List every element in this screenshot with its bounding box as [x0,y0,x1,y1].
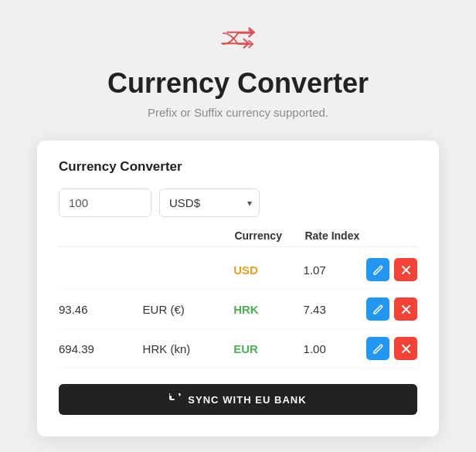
row3-delete-button[interactable] [394,337,417,360]
row2-delete-button[interactable] [394,297,417,321]
row3-name: HRK (kn) [143,342,234,355]
card-title: Currency Converter [59,159,417,175]
pencil-icon [373,265,383,275]
amount-input[interactable] [59,189,151,217]
row3-rate: 1.00 [304,342,366,355]
row3-actions [366,337,417,360]
page-subtitle: Prefix or Suffix currency supported. [148,106,328,119]
table-header: Currency Rate Index [59,229,417,247]
row2-rate: 7.43 [304,303,366,316]
currency-exchange-icon [211,24,265,53]
row2-currency: HRK [233,303,303,316]
table-row: 93.46 EUR (€) HRK 7.43 [59,290,417,329]
sync-button[interactable]: SYNC WITH EU BANK [59,384,417,415]
pencil-icon [373,304,383,314]
converter-card: Currency Converter USD$ EUR (€) HRK (kn)… [37,141,439,437]
row3-value: 694.39 [59,342,143,355]
input-row: USD$ EUR (€) HRK (kn) ▾ [59,189,417,217]
x-icon [402,345,410,353]
row3-currency: EUR [233,342,303,355]
table-row: USD 1.07 [59,250,417,290]
col-currency-header: Currency [234,229,304,242]
row2-edit-button[interactable] [366,297,389,321]
row2-actions [366,297,417,321]
currency-select-wrap: USD$ EUR (€) HRK (kn) ▾ [159,189,260,217]
sync-button-label: SYNC WITH EU BANK [188,394,306,406]
x-icon [402,266,410,274]
col-rate-header: Rate Index [304,229,368,242]
row1-edit-button[interactable] [366,258,389,281]
currency-select[interactable]: USD$ EUR (€) HRK (kn) [159,189,260,217]
sync-icon [169,393,182,406]
row1-actions [366,258,417,281]
x-icon [402,305,410,314]
row2-value: 93.46 [59,303,143,316]
row3-edit-button[interactable] [366,337,389,360]
table-row: 694.39 HRK (kn) EUR 1.00 [59,329,417,369]
page-title: Currency Converter [107,67,369,100]
row1-rate: 1.07 [304,263,366,277]
row2-name: EUR (€) [143,303,234,316]
row1-delete-button[interactable] [394,258,417,281]
pencil-icon [373,344,383,354]
row1-currency: USD [233,263,303,277]
